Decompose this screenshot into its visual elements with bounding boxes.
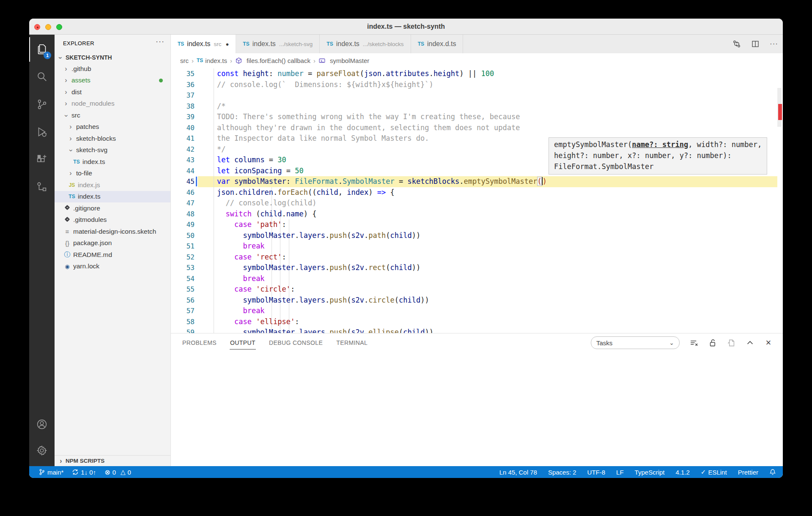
tab-index-ts-sketchsvg[interactable]: TSindex.ts.../sketch-svg <box>236 35 320 53</box>
panel-tab-output[interactable]: OUTPUT <box>230 338 256 348</box>
code-line-52: 52 case 'rect': <box>171 252 783 263</box>
tree-folder--github[interactable]: ›.github <box>55 63 170 75</box>
status-utf-8[interactable]: UTF-8 <box>587 469 606 476</box>
line-number: 42 <box>171 144 195 155</box>
tree-file-readme-md[interactable]: ⓘREADME.md <box>55 249 170 261</box>
tree-folder-sketch-blocks[interactable]: ›sketch-blocks <box>55 133 170 145</box>
status-label: Prettier <box>738 469 758 476</box>
tree-file--gitignore[interactable]: .gitignore <box>55 202 170 214</box>
chevron-right-icon: › <box>68 169 74 177</box>
breadcrumb-item-index-ts[interactable]: TSindex.ts <box>197 57 227 64</box>
code-line-45: 45var symbolMaster: FileFormat.SymbolMas… <box>171 176 783 187</box>
status-error[interactable]: ⊗0△0 <box>104 468 131 476</box>
activity-explorer-button[interactable]: 1 <box>29 37 55 62</box>
status-typescript[interactable]: TypeScript <box>635 469 665 476</box>
open-log-file-icon[interactable] <box>727 339 735 347</box>
breadcrumb-item-files-foreach-callback[interactable]: files.forEach() callback <box>235 57 310 64</box>
activity-custom-view-button[interactable] <box>29 175 55 199</box>
tree-folder-dist[interactable]: ›dist <box>55 86 170 98</box>
activity-extensions-button[interactable] <box>29 147 55 172</box>
line-number: 41 <box>171 133 195 144</box>
line-number: 48 <box>171 209 195 220</box>
code-line-40: 40although they're drawn in the document… <box>171 123 783 134</box>
close-panel-icon[interactable]: × <box>764 339 773 347</box>
code-editor[interactable]: emptySymbolMaster(name?: string, width?:… <box>171 68 783 333</box>
panel-tab-debug-console[interactable]: DEBUG CONSOLE <box>269 338 323 348</box>
tree-folder-to-file[interactable]: ›to-file <box>55 168 170 180</box>
modified-dot-badge <box>159 79 163 82</box>
code-line-54: 54 break <box>171 273 783 284</box>
tab-description: .../sketch-svg <box>279 41 313 47</box>
tree-item-label: index.ts <box>82 158 105 166</box>
tree-file-yarn-lock[interactable]: ◉yarn.lock <box>55 261 170 273</box>
tree-item-label: index.js <box>78 181 100 189</box>
tab-index-d-ts[interactable]: TSindex.d.ts <box>411 35 464 53</box>
tree-folder-assets[interactable]: ›assets <box>55 75 170 87</box>
activity-settings-button[interactable] <box>29 438 55 463</box>
tree-folder-node-modules[interactable]: ›node_modules <box>55 98 170 110</box>
status-label: LF <box>616 469 624 476</box>
tab-index-ts-sketchblocks[interactable]: TSindex.ts.../sketch-blocks <box>320 35 411 53</box>
status-spaces-2[interactable]: Spaces: 2 <box>548 469 576 476</box>
activity-source-control-button[interactable] <box>29 92 55 117</box>
code-text: // console.log(child) <box>217 198 316 209</box>
output-channel-select[interactable]: Tasks ⌄ <box>591 336 680 349</box>
tree-file-material-design-icons-sketch[interactable]: ≡material-design-icons.sketch <box>55 226 170 238</box>
status-sync[interactable]: 1↓ 0↑ <box>72 469 96 476</box>
panel-tab-terminal[interactable]: TERMINAL <box>336 338 368 348</box>
bell-icon <box>769 469 776 475</box>
activity-search-button[interactable] <box>29 65 55 89</box>
error-count-icon: ⊗ <box>104 468 110 476</box>
tab-index-ts-src[interactable]: TSindex.tssrc● <box>171 35 236 53</box>
line-number: 47 <box>171 198 195 209</box>
run-debug-icon <box>36 126 48 138</box>
code-text: the Inspector data like normal Symbol Ma… <box>217 133 429 144</box>
more-actions-button[interactable]: ··· <box>769 39 779 49</box>
tree-folder-patches[interactable]: ›patches <box>55 121 170 133</box>
panel-header: PROBLEMSOUTPUTDEBUG CONSOLETERMINAL Task… <box>171 333 783 352</box>
line-number: 36 <box>171 79 195 90</box>
tree-file-index-ts[interactable]: TSindex.ts <box>55 191 170 203</box>
maximize-panel-icon[interactable] <box>746 339 754 347</box>
npm-scripts-section[interactable]: › NPM SCRIPTS <box>55 455 170 466</box>
code-line-38: 38/* <box>171 101 783 112</box>
overview-ruler-error-mark <box>778 104 782 120</box>
module-symbol-icon <box>235 57 244 64</box>
explorer-more-actions-icon[interactable]: ··· <box>156 37 165 46</box>
breadcrumb-separator: › <box>313 57 315 64</box>
clear-output-icon[interactable] <box>690 339 698 347</box>
status-eslint[interactable]: ✓ESLint <box>701 468 727 476</box>
panel-tab-problems[interactable]: PROBLEMS <box>182 338 217 348</box>
code-line-35: 35const height: number = parseFloat(json… <box>171 68 783 79</box>
status-ln-45-col-78[interactable]: Ln 45, Col 78 <box>499 469 537 476</box>
tab-description: .../sketch-blocks <box>363 41 404 47</box>
ts-file-icon: TS <box>68 194 76 199</box>
status-lf[interactable]: LF <box>616 469 624 476</box>
code-text: // console.log(` Dimensions: ${width}x${… <box>217 79 433 90</box>
tree-file-package-json[interactable]: {}package.json <box>55 238 170 249</box>
code-text: although they're drawn in the document, … <box>217 123 520 134</box>
git-branch-icon <box>38 469 45 475</box>
activity-run-debug-button[interactable] <box>29 120 55 144</box>
tree-folder-sketch-svg[interactable]: ›sketch-svg <box>55 145 170 156</box>
tree-file-index-ts[interactable]: TSindex.ts <box>55 156 170 168</box>
toggle-autoscroll-lock-icon[interactable] <box>708 339 717 347</box>
open-changes-button[interactable] <box>732 39 741 49</box>
status-4-1-2[interactable]: 4.1.2 <box>675 469 689 476</box>
tree-folder-src[interactable]: ›src <box>55 109 170 121</box>
code-text: break <box>217 273 265 284</box>
chevron-right-icon: › <box>63 76 69 84</box>
chevron-down-icon: ⌄ <box>669 339 674 346</box>
status-prettier[interactable]: Prettier <box>738 469 758 476</box>
breadcrumb-item-symbolmaster[interactable]: symbolMaster <box>318 57 369 64</box>
breadcrumb-label: index.ts <box>205 57 227 64</box>
error-count: 0 <box>112 469 116 476</box>
tree-file-index-js[interactable]: JSindex.js <box>55 179 170 191</box>
split-editor-button[interactable] <box>751 39 760 49</box>
tree-file--gitmodules[interactable]: .gitmodules <box>55 214 170 226</box>
status-bell[interactable] <box>769 469 776 475</box>
activity-accounts-button[interactable] <box>29 412 55 437</box>
breadcrumb-item-src[interactable]: src <box>180 57 189 64</box>
status-git-branch[interactable]: main* <box>38 469 63 476</box>
workspace-section-header[interactable]: › SKETCH-SYNTH <box>55 52 170 63</box>
